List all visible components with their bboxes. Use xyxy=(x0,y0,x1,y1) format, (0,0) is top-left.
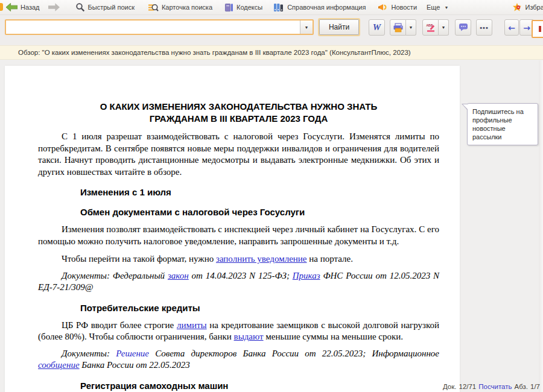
quick-search-label: Быстрый поиск xyxy=(88,4,135,11)
ellipsis-icon: ••• xyxy=(480,24,489,31)
search-card-label: Карточка поиска xyxy=(162,4,212,11)
left-arrow-icon: ← xyxy=(508,23,515,33)
heading-changes-july: Изменения с 1 июля xyxy=(80,186,439,198)
credit-docs-pre: Документы: xyxy=(62,349,116,358)
intro-paragraph: С 1 июля разрешат взаимодействовать с на… xyxy=(38,131,439,178)
scrollbar-track[interactable] xyxy=(539,60,543,392)
reference-binders-icon xyxy=(273,3,284,12)
heading-tax-exchange: Обмен документами с налоговой через Госу… xyxy=(80,206,439,218)
forward-arrow-icon xyxy=(48,3,60,11)
quick-search-button[interactable]: Быстрый поиск xyxy=(75,2,135,12)
fill-notification-link[interactable]: заполнить уведомление xyxy=(216,254,307,264)
document-page: О КАКИХ ИЗМЕНЕНИЯХ ЗАКОНОДАТЕЛЬСТВА НУЖН… xyxy=(5,66,460,392)
issue-link[interactable]: выдают xyxy=(234,332,264,341)
credit-post: меньшие суммы на меньшие сроки. xyxy=(264,332,404,341)
forward-button[interactable] xyxy=(48,3,60,11)
credit-docs-paragraph: Документы: Решение Совета директоров Бан… xyxy=(38,348,439,371)
more-actions-button[interactable]: ••• xyxy=(476,19,492,36)
favorites-button[interactable]: Избранн xyxy=(512,2,543,12)
reference-info-label: Справочная информация xyxy=(287,4,366,11)
print-button-group: ▼ xyxy=(390,19,416,36)
clipped-edge-icon xyxy=(0,3,3,11)
search-card-icon xyxy=(148,3,159,12)
svg-text:АБВ: АБВ xyxy=(426,23,433,27)
consultantplus-window: Назад Быстрый поиск Карточка поиска Коде… xyxy=(0,0,543,392)
subscribe-tooltip[interactable]: Подпишитесь на профильные новостные расс… xyxy=(467,103,538,145)
law-link[interactable]: закон xyxy=(168,271,189,280)
search-input-container: ▼ xyxy=(5,19,314,35)
reference-info-button[interactable]: Справочная информация xyxy=(273,3,366,12)
word-icon: W xyxy=(373,22,381,33)
paragraph-counter-value: 1/7 xyxy=(530,383,540,390)
heading-machine-registration: Регистрация самоходных машин xyxy=(80,380,439,391)
tax-note-post: на портале. xyxy=(307,254,353,264)
order-link[interactable]: Приказ xyxy=(293,271,320,280)
message-link[interactable]: сообщение xyxy=(38,360,80,370)
highlight-button[interactable]: АБВ xyxy=(422,19,439,36)
print-button[interactable] xyxy=(390,19,406,36)
more-label: Еще xyxy=(427,4,440,11)
credit-docs-mid: Совета директоров Банка России от 22.05.… xyxy=(149,349,439,358)
status-bar: Док. 12/71 Посчитать Абз. 1/7 xyxy=(443,383,540,390)
more-menu-button[interactable]: Еще ▼ xyxy=(427,4,448,11)
favorites-star-icon xyxy=(512,2,522,12)
chevron-down-icon: ▼ xyxy=(305,25,309,30)
codes-button[interactable]: Кодексы xyxy=(224,3,262,12)
right-arrow-icon: → xyxy=(523,23,530,33)
tax-paragraph: Изменения позволят взаимодействовать с и… xyxy=(38,224,439,247)
codes-book-icon xyxy=(224,3,233,12)
print-dropdown-button[interactable]: ▼ xyxy=(406,19,416,36)
tax-note-pre: Чтобы перейти на такой формат, нужно xyxy=(62,254,216,264)
tax-note-paragraph: Чтобы перейти на такой формат, нужно зап… xyxy=(38,253,439,265)
paragraph-counter-label: Абз. xyxy=(515,383,528,390)
document-title-line2: ГРАЖДАНАМ В III КВАРТАЛЕ 2023 ГОДА xyxy=(38,113,439,125)
favorites-label: Избранн xyxy=(525,4,543,11)
limits-link[interactable]: лимиты xyxy=(177,320,207,330)
comment-button[interactable] xyxy=(455,19,471,36)
chevron-down-icon: ▼ xyxy=(442,25,446,30)
search-history-dropdown-button[interactable]: ▼ xyxy=(300,21,313,34)
codes-label: Кодексы xyxy=(237,4,262,11)
news-label: Новости xyxy=(391,4,417,11)
document-title: О КАКИХ ИЗМЕНЕНИЯХ ЗАКОНОДАТЕЛЬСТВА НУЖН… xyxy=(38,101,439,125)
tax-docs-paragraph: Документы: Федеральный закон от 14.04.20… xyxy=(38,270,439,294)
count-link[interactable]: Посчитать xyxy=(478,383,512,390)
document-header-text: Обзор: "О каких изменениях законодательс… xyxy=(18,49,411,56)
speech-bubble-icon xyxy=(459,23,468,32)
export-word-button[interactable]: W xyxy=(369,19,385,36)
clipped-document-button[interactable] xyxy=(532,20,543,38)
back-label: Назад xyxy=(21,4,40,11)
search-icon xyxy=(75,2,85,12)
highlight-dropdown-button[interactable]: ▼ xyxy=(439,19,449,36)
heading-consumer-credit: Потребительские кредиты xyxy=(80,302,439,314)
news-button[interactable]: Новости xyxy=(378,3,417,12)
chevron-down-icon: ▼ xyxy=(444,5,448,10)
document-mark-icon xyxy=(539,26,541,32)
credit-docs-post: Банка России от 22.05.2023 xyxy=(80,360,190,370)
document-header-bar: Обзор: "О каких изменениях законодательс… xyxy=(0,45,543,60)
tax-docs-mid: от 14.04.2023 N 125-ФЗ; xyxy=(189,271,293,280)
decision-link[interactable]: Решение xyxy=(116,349,149,358)
credit-pre: ЦБ РФ вводит более строгие xyxy=(62,320,177,330)
marker-icon: АБВ xyxy=(426,23,436,33)
doc-counter-label: Док. xyxy=(443,383,457,390)
search-bar-row: ▼ Найти W ▼ АБВ ▼ ••• ← → xyxy=(0,15,543,45)
printer-icon xyxy=(393,23,404,33)
document-title-line1: О КАКИХ ИЗМЕНЕНИЯХ ЗАКОНОДАТЕЛЬСТВА НУЖН… xyxy=(38,101,439,113)
search-input[interactable] xyxy=(6,21,300,34)
tax-docs-pre: Документы: Федеральный xyxy=(62,271,168,280)
main-area: О КАКИХ ИЗМЕНЕНИЯХ ЗАКОНОДАТЕЛЬСТВА НУЖН… xyxy=(0,60,543,392)
credit-paragraph: ЦБ РФ вводит более строгие лимиты на кре… xyxy=(38,320,439,343)
news-megaphone-icon xyxy=(378,3,388,12)
search-card-button[interactable]: Карточка поиска xyxy=(148,3,212,12)
chevron-down-icon: ▼ xyxy=(409,25,413,30)
subscribe-tooltip-text: Подпишитесь на профильные новостные расс… xyxy=(472,108,524,141)
back-arrow-icon xyxy=(6,3,17,11)
doc-counter-value: 12/71 xyxy=(459,383,476,390)
find-button[interactable]: Найти xyxy=(319,19,359,35)
main-toolbar: Назад Быстрый поиск Карточка поиска Коде… xyxy=(0,0,543,15)
highlight-button-group: АБВ ▼ xyxy=(422,19,449,36)
doc-nav-back-button[interactable]: ← xyxy=(504,19,519,36)
back-button[interactable]: Назад xyxy=(6,3,40,11)
